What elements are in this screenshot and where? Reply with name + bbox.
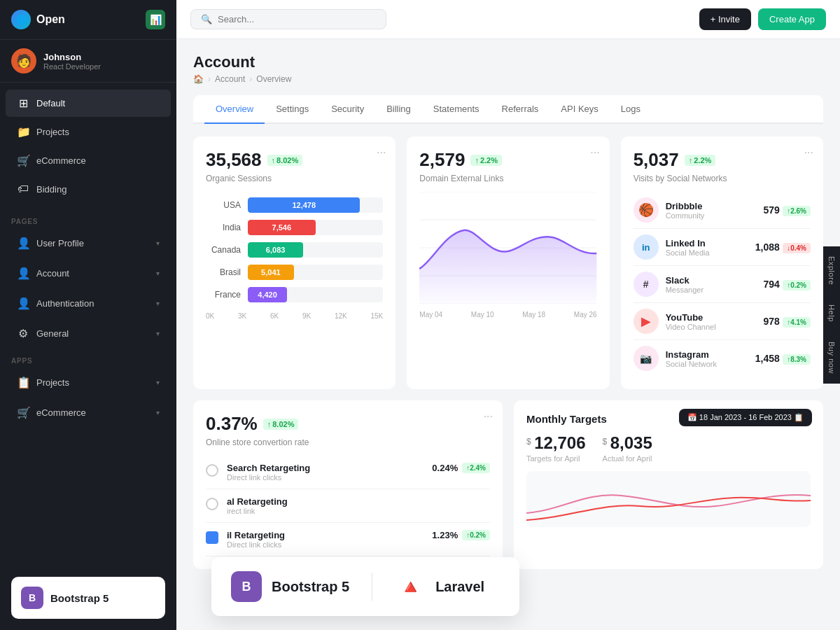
sidebar-item-ecommerce-app[interactable]: 🛒 eCommerce ▾ bbox=[6, 399, 171, 426]
tab-overview[interactable]: Overview bbox=[204, 95, 265, 124]
domain-links-label: Domain External Links bbox=[419, 174, 596, 183]
page-title: Account bbox=[193, 53, 823, 71]
monthly-targets-card: 📅 18 Jan 2023 - 16 Feb 2023 📋 Monthly Ta… bbox=[514, 400, 823, 569]
ecommerce-icon: 🛒 bbox=[17, 154, 29, 167]
sidebar-item-account[interactable]: 👤 Account ▾ bbox=[6, 260, 171, 287]
domain-links-more[interactable]: ··· bbox=[590, 146, 599, 159]
explore-button[interactable]: Explore bbox=[823, 246, 840, 295]
sidebar-bottom: B Bootstrap 5 bbox=[0, 566, 176, 630]
tab-security[interactable]: Security bbox=[320, 95, 375, 124]
logo-icon: 🌐 bbox=[11, 10, 31, 29]
bottom-cards-row: ··· 0.37% ↑8.02% Online store convertion… bbox=[193, 400, 823, 569]
organic-sessions-more[interactable]: ··· bbox=[377, 146, 386, 159]
sidebar-item-bidding[interactable]: 🏷 Bidding bbox=[6, 176, 171, 202]
sidebar-item-default-label: Default bbox=[36, 98, 65, 108]
conversion-more[interactable]: ··· bbox=[484, 410, 493, 423]
side-actions: Explore Help Buy now bbox=[823, 246, 840, 384]
retarget-row-search: Search Retargeting Direct link clicks 0.… bbox=[206, 456, 490, 489]
organic-sessions-badge: ↑8.02% bbox=[267, 155, 303, 166]
breadcrumb-account[interactable]: Account bbox=[215, 74, 245, 84]
dribbble-icon: 🏀 bbox=[634, 197, 659, 223]
sidebar-item-authentication[interactable]: 👤 Authentication ▾ bbox=[6, 290, 171, 317]
social-visits-value: 5,037 ↑2.2% bbox=[634, 149, 811, 171]
slack-icon: # bbox=[634, 272, 659, 297]
monthly-chart-svg bbox=[526, 471, 811, 527]
tab-api-keys[interactable]: API Keys bbox=[550, 95, 609, 124]
bar-row-usa: USA 12,478 bbox=[206, 197, 383, 213]
top-bar: 🔍 + Invite Create App bbox=[176, 0, 840, 39]
targets-april: $ 12,706 Targets for April bbox=[526, 433, 586, 463]
laravel-icon: 🔺 bbox=[395, 571, 426, 602]
tabs: Overview Settings Security Billing State… bbox=[193, 95, 823, 124]
sidebar-item-projects[interactable]: 📁 Projects bbox=[6, 118, 171, 146]
search-icon: 🔍 bbox=[201, 14, 212, 24]
bidding-icon: 🏷 bbox=[17, 183, 29, 195]
search-input[interactable] bbox=[218, 14, 376, 24]
sidebar-item-projects-label: Projects bbox=[36, 127, 69, 137]
sidebar-item-ecommerce[interactable]: 🛒 eCommerce bbox=[6, 147, 171, 174]
youtube-icon: ▶ bbox=[634, 309, 659, 334]
sidebar-item-authentication-label: Authentication bbox=[36, 298, 94, 309]
fw-divider bbox=[372, 573, 372, 601]
sidebar-item-ecommerce-label: eCommerce bbox=[36, 155, 86, 166]
domain-links-value: 2,579 ↑2.2% bbox=[419, 149, 596, 171]
framework-overlay: B Bootstrap 5 🔺 Laravel bbox=[211, 557, 519, 616]
chevron-down-icon: ▾ bbox=[156, 330, 160, 337]
bar-fill-india: 7,546 bbox=[248, 220, 316, 235]
page-area: Account 🏠 › Account › Overview Overview … bbox=[176, 39, 840, 630]
projects-icon: 📁 bbox=[17, 125, 29, 139]
sidebar: 🌐 Open 📊 🧑 Johnson React Developer ⊞ Def… bbox=[0, 0, 176, 630]
invite-button[interactable]: + Invite bbox=[699, 8, 751, 30]
sidebar-item-user-profile[interactable]: 👤 User Profile ▾ bbox=[6, 230, 171, 257]
sidebar-item-ecommerce-app-label: eCommerce bbox=[36, 407, 86, 418]
avatar: 🧑 bbox=[11, 48, 36, 74]
domain-links-badge: ↑2.2% bbox=[470, 155, 502, 166]
conversion-badge: ↑8.02% bbox=[263, 419, 299, 430]
bar-row-canada: Canada 6,083 bbox=[206, 242, 383, 258]
app-logo[interactable]: 🌐 Open bbox=[11, 10, 65, 29]
social-row-linkedin: in Linked In Social Media 1,088 ↓0.4% bbox=[634, 229, 811, 266]
sidebar-item-projects-app-label: Projects bbox=[36, 377, 69, 388]
sidebar-item-user-profile-label: User Profile bbox=[36, 238, 84, 248]
user-card[interactable]: 🧑 Johnson React Developer bbox=[0, 40, 176, 83]
help-button[interactable]: Help bbox=[823, 295, 840, 332]
user-name: Johnson bbox=[43, 52, 101, 62]
create-app-button[interactable]: Create App bbox=[758, 8, 826, 30]
tab-settings[interactable]: Settings bbox=[265, 95, 320, 124]
date-badge: 📅 18 Jan 2023 - 16 Feb 2023 📋 bbox=[679, 409, 812, 426]
tab-statements[interactable]: Statements bbox=[422, 95, 491, 124]
sidebar-header: 🌐 Open 📊 bbox=[0, 0, 176, 40]
bar-fill-france: 4,420 bbox=[248, 287, 287, 302]
user-profile-icon: 👤 bbox=[17, 237, 29, 250]
sidebar-item-projects-app[interactable]: 📋 Projects ▾ bbox=[6, 369, 171, 396]
tab-referrals[interactable]: Referrals bbox=[491, 95, 550, 124]
domain-links-card: ··· 2,579 ↑2.2% Domain External Links bbox=[407, 136, 609, 389]
app-name: Open bbox=[36, 13, 65, 26]
bar-chart: USA 12,478 India 7,546 Canada bbox=[206, 192, 383, 326]
retarget-circle bbox=[206, 464, 218, 477]
bar-fill-canada: 6,083 bbox=[248, 242, 303, 258]
social-visits-badge: ↑2.2% bbox=[685, 155, 716, 166]
organic-sessions-value: 35,568 ↑8.02% bbox=[206, 149, 383, 171]
tab-billing[interactable]: Billing bbox=[375, 95, 422, 124]
search-box[interactable]: 🔍 bbox=[190, 9, 386, 29]
breadcrumb-sep1: › bbox=[208, 74, 211, 84]
bootstrap-icon: B bbox=[21, 587, 43, 609]
sidebar-item-general[interactable]: ⚙ General ▾ bbox=[6, 320, 171, 347]
buy-now-button[interactable]: Buy now bbox=[823, 332, 840, 384]
laravel-name: Laravel bbox=[435, 579, 484, 595]
breadcrumb-sep2: › bbox=[249, 74, 252, 84]
breadcrumb-home[interactable]: 🏠 bbox=[193, 74, 204, 84]
retarget-circle bbox=[206, 498, 218, 510]
sidebar-item-default[interactable]: ⊞ Default bbox=[6, 90, 171, 117]
chevron-down-icon: ▾ bbox=[156, 409, 160, 416]
user-info: Johnson React Developer bbox=[43, 52, 101, 71]
chart-icon[interactable]: 📊 bbox=[146, 10, 165, 29]
bar-row-france: France 4,420 bbox=[206, 287, 383, 302]
chart-icon-symbol: 📊 bbox=[150, 14, 162, 25]
line-chart-area: May 04May 10May 18May 26 bbox=[419, 192, 596, 318]
bootstrap-name: Bootstrap 5 bbox=[272, 579, 349, 595]
tab-logs[interactable]: Logs bbox=[610, 95, 652, 124]
sidebar-item-general-label: General bbox=[36, 328, 69, 339]
social-networks-more[interactable]: ··· bbox=[804, 146, 813, 159]
